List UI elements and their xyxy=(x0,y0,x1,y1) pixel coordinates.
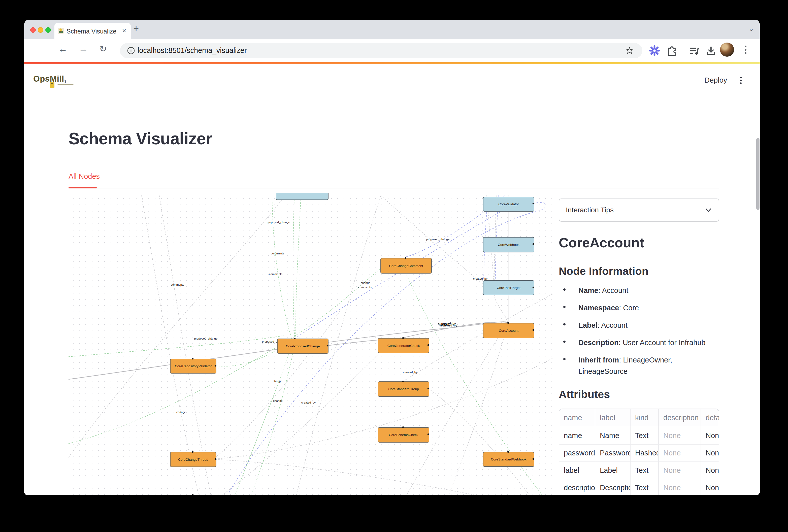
edge-label: created_by xyxy=(403,371,417,374)
tab-title: Schema Visualizer xyxy=(66,28,117,35)
table-row: nameNameTextNoneNone xyxy=(559,427,719,444)
graph-node-CoreStandardWebhook[interactable]: CoreStandardWebhook xyxy=(483,452,534,467)
graph-node-CoreWebhook[interactable]: CoreWebhook xyxy=(483,237,534,252)
graph-node-CoreTaskTarget[interactable]: CoreTaskTarget xyxy=(483,280,534,295)
attr-cell-kind[interactable]: Text xyxy=(630,427,658,444)
screenshot-root: Schema Visualizer × + ⌄ ← → ↻ localhost:… xyxy=(0,0,788,532)
tab-search-chevron-icon[interactable]: ⌄ xyxy=(746,24,756,34)
browser-tab[interactable]: Schema Visualizer × xyxy=(54,23,131,39)
chevron-down-icon xyxy=(705,207,712,213)
profile-avatar[interactable] xyxy=(720,43,734,57)
graph-node-CoreGeneratorCheck[interactable]: CoreGeneratorCheck xyxy=(378,338,429,353)
tab-all-nodes-label: All Nodes xyxy=(68,172,100,180)
attr-cell-label[interactable]: Password xyxy=(595,444,630,462)
opsmill-logo-text: OpsMill xyxy=(33,74,64,83)
attr-cell-name[interactable]: name xyxy=(559,427,595,444)
edge-label: comments xyxy=(171,283,184,286)
attr-cell-kind[interactable]: Text xyxy=(630,462,658,479)
node-information-list: Name: AccountNamespace: CoreLabel: Accou… xyxy=(559,285,719,377)
attr-column-header-description: description xyxy=(658,409,701,427)
attr-cell-default_value[interactable]: None xyxy=(701,462,719,479)
sidebar-expand-chevron-icon[interactable]: › xyxy=(64,76,66,86)
edge-label-overlapping: reviewed_by xyxy=(440,324,457,327)
attr-cell-label[interactable]: Description xyxy=(595,479,630,495)
attr-cell-description[interactable]: None xyxy=(658,427,701,444)
browser-tab-strip: Schema Visualizer × + ⌄ xyxy=(24,20,760,39)
graph-node-partial[interactable] xyxy=(276,193,329,200)
graph-node-CoreChangeThread[interactable]: CoreChangeThread xyxy=(170,452,216,467)
attr-cell-kind[interactable]: Text xyxy=(630,479,658,495)
minimize-window-button[interactable] xyxy=(38,27,43,33)
attr-column-header-label: label xyxy=(595,409,630,427)
edge-label: comments xyxy=(271,252,284,255)
attr-cell-label[interactable]: Label xyxy=(595,462,630,479)
extensions-puzzle-icon[interactable] xyxy=(666,44,678,58)
tab-all-nodes[interactable]: All Nodes xyxy=(68,172,100,181)
node-title: CoreAccount xyxy=(559,235,719,250)
close-window-button[interactable] xyxy=(30,27,36,33)
attr-column-header-default_value: default_value xyxy=(701,409,719,427)
attr-cell-kind[interactable]: Hashed xyxy=(630,444,658,462)
graph-node-CoreProposedChange[interactable]: CoreProposedChange xyxy=(277,338,329,354)
details-panel: Interaction Tips CoreAccount Node Inform… xyxy=(559,193,719,495)
tabs-divider xyxy=(68,188,719,189)
reload-button[interactable]: ↻ xyxy=(99,44,107,54)
site-info-icon[interactable] xyxy=(127,46,135,56)
attr-cell-description[interactable]: None xyxy=(658,444,701,462)
forward-button[interactable]: → xyxy=(79,44,88,54)
download-icon[interactable] xyxy=(705,44,717,58)
node-info-item: Inherit from: LineageOwner, LineageSourc… xyxy=(559,354,719,377)
favicon xyxy=(58,28,64,34)
active-tab-underline xyxy=(68,187,97,189)
schema-graph-canvas[interactable]: proposed_changecommentscommentscommentsc… xyxy=(68,193,553,495)
graph-node-CoreSchemaCheck[interactable]: CoreSchemaCheck xyxy=(378,427,429,442)
graph-node-CoreAccount[interactable]: CoreAccount xyxy=(483,323,534,338)
section-node-information: Node Information xyxy=(559,265,719,277)
bookmark-star-icon[interactable] xyxy=(625,46,634,56)
attributes-table-container[interactable]: namelabelkinddescriptiondefault_value na… xyxy=(559,409,719,495)
page-title: Schema Visualizer xyxy=(68,129,212,148)
edge-label: change xyxy=(176,411,186,414)
playlist-icon[interactable] xyxy=(688,44,700,58)
attr-cell-default_value[interactable]: None xyxy=(701,479,719,495)
graph-node-CoreRepositoryValidator[interactable]: CoreRepositoryValidator xyxy=(170,359,216,374)
graph-node-CoreObjectThread[interactable]: CoreObjectThread xyxy=(170,495,216,495)
page-scrollbar-thumb[interactable] xyxy=(756,138,760,210)
streamlit-accent-bar xyxy=(24,62,760,64)
edge-label: change xyxy=(273,380,282,382)
attr-cell-name[interactable]: password xyxy=(559,444,595,462)
attr-cell-label[interactable]: Name xyxy=(595,427,630,444)
node-info-item: Namespace: Core xyxy=(559,302,719,314)
zoom-window-button[interactable] xyxy=(45,27,51,33)
graph-node-CoreValidator[interactable]: CoreValidator xyxy=(483,197,534,212)
attr-cell-description[interactable]: None xyxy=(658,462,701,479)
interaction-tips-expander[interactable]: Interaction Tips xyxy=(559,198,719,222)
graph-node-CoreStandardGroup[interactable]: CoreStandardGroup xyxy=(378,381,429,397)
edge-label: comments xyxy=(269,273,282,276)
attr-column-header-name: name xyxy=(559,409,595,427)
extension-sparkle-icon[interactable] xyxy=(648,44,661,58)
attr-column-header-kind: kind xyxy=(630,409,658,427)
graph-node-CoreChangeComment[interactable]: CoreChangeComment xyxy=(380,258,432,274)
app-menu-kebab-icon[interactable] xyxy=(740,76,742,86)
opsmill-mascot-icon xyxy=(50,82,54,88)
toolbar-separator xyxy=(682,45,682,56)
tab-close-icon[interactable]: × xyxy=(122,27,126,35)
url-bar[interactable]: localhost:8501/schema_visualizer xyxy=(120,43,643,58)
attr-cell-name[interactable]: label xyxy=(559,462,595,479)
browser-menu-kebab-icon[interactable] xyxy=(744,44,747,57)
deploy-button[interactable]: Deploy xyxy=(704,76,727,84)
edge-label: comments xyxy=(358,285,372,289)
interaction-tips-label: Interaction Tips xyxy=(566,206,614,214)
node-info-item: Label: Account xyxy=(559,320,719,331)
new-tab-button[interactable]: + xyxy=(133,23,139,34)
attr-cell-description[interactable]: None xyxy=(658,479,701,495)
table-row: descriptionDescriptionTextNoneNone xyxy=(559,479,719,495)
app-page: OpsMill › Deploy Schema Visualizer All N… xyxy=(24,64,760,495)
attr-cell-default_value[interactable]: None xyxy=(701,444,719,462)
node-info-item: Name: Account xyxy=(559,285,719,296)
edge-label: change xyxy=(361,281,370,284)
attr-cell-default_value[interactable]: None xyxy=(701,427,719,444)
back-button[interactable]: ← xyxy=(58,44,67,54)
attr-cell-name[interactable]: description xyxy=(559,479,595,495)
